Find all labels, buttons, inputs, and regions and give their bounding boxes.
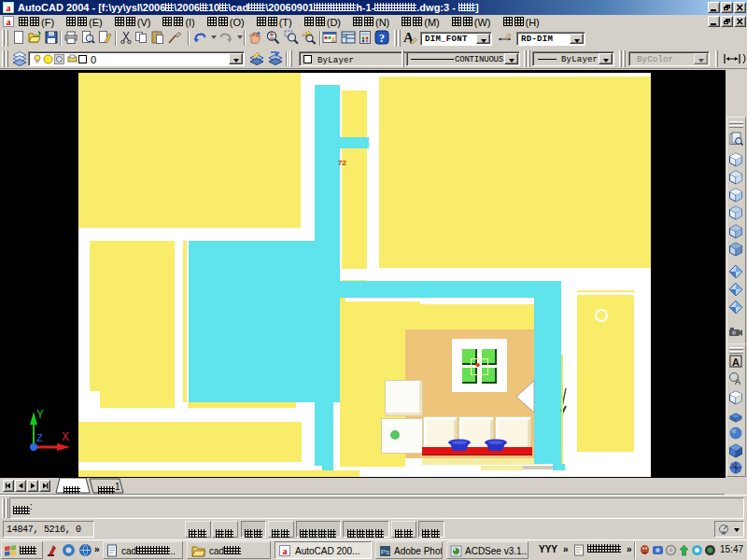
svg-text:Y: Y — [36, 408, 44, 421]
svg-text:?: ? — [379, 32, 385, 45]
svg-text:Z: Z — [36, 432, 43, 443]
svg-text:X: X — [62, 430, 69, 443]
svg-text:Ps: Ps — [381, 548, 389, 556]
svg-text:A: A — [732, 357, 740, 368]
svg-text:A: A — [735, 377, 740, 386]
